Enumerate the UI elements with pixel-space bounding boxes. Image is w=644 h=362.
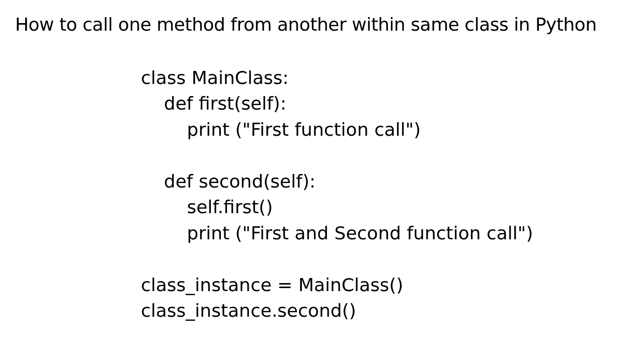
code-line: print ("First and Second function call") [141,223,533,243]
code-line: def second(self): [141,171,315,192]
code-line: def first(self): [141,93,286,114]
code-example: class MainClass: def first(self): print … [141,65,644,324]
page-title: How to call one method from another with… [0,0,644,35]
code-line: self.first() [141,197,273,217]
code-line: class MainClass: [141,67,289,88]
code-line: class_instance = MainClass() [141,275,404,295]
code-line: class_instance.second() [141,300,356,321]
code-line: print ("First function call") [141,119,421,140]
